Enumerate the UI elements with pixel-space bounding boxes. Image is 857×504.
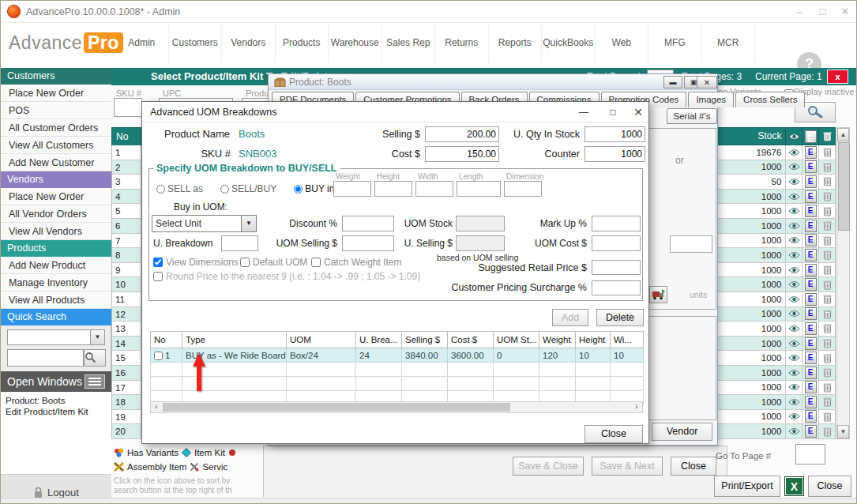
chevron-down-icon[interactable]: ▼ (90, 330, 104, 344)
save-and-close-button[interactable]: Save & Close (513, 457, 584, 476)
row-checkbox[interactable] (154, 352, 163, 360)
scroll-left-icon[interactable]: ‹ (151, 402, 162, 412)
edit-icon[interactable]: E (802, 248, 818, 262)
edit-icon[interactable]: E (802, 219, 818, 233)
view-icon[interactable] (785, 307, 802, 322)
dimension-input[interactable] (415, 181, 453, 197)
goto-page-input[interactable] (795, 444, 825, 465)
u-breakdown-input[interactable] (221, 235, 258, 251)
record-number-cell[interactable]: 6 (111, 219, 141, 234)
scroll-up-icon[interactable]: ▲ (837, 128, 849, 141)
trash-icon[interactable] (818, 322, 835, 336)
view-icon[interactable] (785, 234, 802, 248)
open-window-item[interactable]: Product: Boots (6, 395, 111, 406)
stock-header-label[interactable]: Stock (715, 128, 785, 145)
trash-icon[interactable] (818, 234, 835, 248)
sidebar-item[interactable]: Place New Order (1, 188, 111, 205)
trash-icon[interactable] (818, 366, 835, 380)
sidebar-item[interactable]: View All Vendors (1, 223, 111, 240)
edit-icon[interactable]: E (802, 190, 818, 204)
maximize-icon[interactable]: □ (602, 105, 624, 120)
view-icon[interactable] (785, 337, 802, 351)
cost-input[interactable] (425, 146, 499, 162)
uom-cost-input[interactable] (592, 235, 641, 251)
edit-icon[interactable]: E (802, 351, 818, 365)
save-and-next-button[interactable]: Save & Next (592, 457, 663, 476)
trash-icon[interactable] (818, 307, 835, 322)
col-u-breakdown[interactable]: U. Brea... (356, 332, 402, 348)
nav-menu-item[interactable]: Sales Rep (382, 23, 436, 62)
minimize-icon[interactable]: — (573, 105, 595, 120)
shipping-icon[interactable] (649, 286, 667, 303)
trash-icon[interactable] (818, 424, 835, 438)
trash-icon[interactable] (818, 175, 835, 189)
select-unit-dropdown[interactable]: Select Unit▼ (152, 215, 257, 232)
view-icon[interactable] (785, 366, 802, 380)
add-button[interactable]: Add (552, 309, 588, 326)
view-icon[interactable] (785, 248, 802, 262)
scrollbar-thumb[interactable] (163, 403, 510, 412)
product-tab[interactable]: Cross Sellers (735, 92, 805, 107)
scroll-right-icon[interactable]: › (631, 402, 642, 412)
view-icon[interactable] (785, 322, 802, 336)
trash-icon[interactable] (818, 145, 835, 160)
nav-menu-item[interactable]: Web (596, 23, 649, 62)
uqty-input[interactable] (584, 126, 645, 142)
nav-menu-item[interactable]: Customers (169, 23, 223, 62)
product-window-titlebar[interactable]: Product: Boots ▬ ▣ ✕ (269, 74, 717, 90)
nav-menu-item[interactable]: Products (276, 23, 329, 62)
col-width[interactable]: Wi... (611, 332, 644, 348)
uom-table-scrollbar[interactable]: ‹ › (150, 401, 643, 413)
edit-icon[interactable]: E (802, 292, 818, 307)
dimension-input[interactable] (504, 181, 542, 197)
nav-menu-item[interactable]: Reports (489, 23, 543, 62)
radio-icon[interactable] (220, 185, 229, 194)
edit-close-button[interactable]: Close (671, 457, 716, 476)
suggested-retail-input[interactable] (592, 260, 641, 275)
default-uom-checkbox[interactable]: Default UOM (240, 257, 307, 268)
edit-icon[interactable]: E (802, 395, 818, 409)
quick-search-button[interactable] (84, 349, 106, 367)
open-window-item[interactable]: Edit Product/Item Kit (6, 406, 111, 417)
record-number-cell[interactable]: 10 (111, 277, 141, 292)
view-icon[interactable] (785, 424, 802, 438)
edit-icon[interactable]: E (802, 410, 818, 424)
radio-sell-buy[interactable]: SELL/BUY (220, 183, 276, 194)
checkbox-icon[interactable] (240, 258, 250, 267)
sidebar-item[interactable]: All Customer Orders (1, 119, 111, 137)
edit-icon[interactable]: E (802, 204, 818, 218)
sidebar-item[interactable]: Add New Product (1, 257, 111, 274)
view-icon[interactable] (785, 263, 802, 277)
col-weight[interactable]: Weight (539, 332, 576, 348)
markup-input[interactable] (592, 216, 641, 231)
nav-menu-item[interactable]: Admin (115, 23, 169, 62)
record-number-cell[interactable]: 16 (111, 366, 141, 381)
close-icon[interactable]: ✕ (697, 76, 717, 88)
record-number-cell[interactable]: 14 (111, 337, 141, 352)
trash-icon[interactable] (818, 381, 835, 395)
trash-icon[interactable] (818, 395, 835, 409)
vendor-button[interactable]: Vendor (652, 423, 712, 441)
uom-table-row[interactable]: 1 BUY as - We Ride Boards Box/24 24 3840… (151, 348, 644, 363)
nav-menu-item[interactable]: MFG (648, 23, 702, 62)
screen-close-button[interactable]: x (827, 70, 848, 84)
record-number-cell[interactable]: 11 (111, 292, 141, 307)
trash-icon[interactable] (818, 160, 835, 175)
col-cost[interactable]: Cost $ (448, 332, 494, 348)
edit-icon[interactable]: E (802, 307, 818, 322)
record-number-cell[interactable]: 9 (111, 263, 141, 278)
col-selling[interactable]: Selling $ (402, 332, 448, 348)
dimension-input[interactable] (333, 181, 371, 197)
nav-menu-item[interactable]: Vendors (222, 23, 276, 62)
edit-icon[interactable]: E (802, 175, 818, 189)
logout-button[interactable]: Logout (47, 487, 79, 498)
edit-column-header[interactable]: E (802, 128, 818, 145)
edit-icon[interactable]: E (802, 381, 818, 395)
uom-selling-input[interactable] (342, 235, 394, 251)
view-icon[interactable] (785, 190, 802, 204)
radio-sell-as[interactable]: SELL as (156, 183, 203, 194)
view-column-header[interactable] (785, 128, 802, 145)
view-icon[interactable] (785, 204, 802, 218)
trash-icon[interactable] (818, 337, 835, 351)
quick-search-dropdown[interactable]: ▼ (7, 329, 105, 345)
